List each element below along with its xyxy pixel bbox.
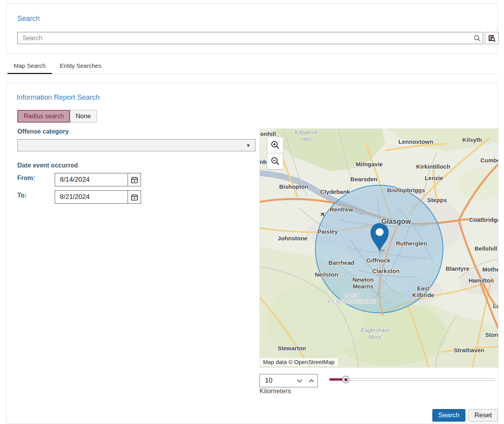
search-panel: Search xyxy=(6,3,498,54)
calendar-icon xyxy=(131,176,138,184)
tab-entity-searches[interactable]: Entity Searches xyxy=(54,60,107,73)
from-label: From: xyxy=(17,175,35,182)
map-container[interactable]: BonhillDumbartonKilpatrickHillsMilngavie… xyxy=(259,128,498,368)
to-date-input[interactable] xyxy=(55,191,128,203)
offense-category-label: Offense category xyxy=(17,128,69,135)
chevron-up-icon xyxy=(309,379,314,383)
from-date-input[interactable] xyxy=(55,173,128,186)
tab-map-search[interactable]: Map Search xyxy=(7,60,52,74)
radius-step-down-button[interactable] xyxy=(294,374,306,387)
dropdown-arrow-icon: ▼ xyxy=(246,143,250,148)
date-event-occurred-label: Date event occurred xyxy=(17,162,78,169)
zoom-out-button[interactable] xyxy=(267,153,284,169)
radius-value-stepper[interactable]: 10 xyxy=(259,374,318,387)
radius-step-up-button[interactable] xyxy=(306,374,317,387)
calendar-icon xyxy=(131,193,138,201)
report-search-title: Information Report Search xyxy=(17,93,100,102)
radius-search-toggle[interactable]: Radius search xyxy=(17,110,70,123)
radius-unit-label: Kilometers xyxy=(259,387,291,395)
to-date-group xyxy=(55,190,141,204)
to-label: To: xyxy=(17,192,27,199)
from-date-group xyxy=(55,173,141,186)
search-mode-toggle: Radius search None xyxy=(17,110,97,123)
map-search-button[interactable]: Search xyxy=(432,409,465,422)
app-root: Search Map Search Entity Searches Inform… xyxy=(0,0,504,424)
from-date-calendar-button[interactable] xyxy=(128,173,141,186)
radius-slider[interactable] xyxy=(329,376,495,383)
zoom-in-button[interactable] xyxy=(267,137,284,153)
tabstrip: Map Search Entity Searches xyxy=(6,60,498,74)
reset-button[interactable]: Reset xyxy=(468,409,498,422)
search-input[interactable] xyxy=(17,32,483,44)
information-report-search-panel: Information Report Search Radius search … xyxy=(6,83,498,424)
to-date-calendar-button[interactable] xyxy=(128,191,141,203)
search-icon xyxy=(474,35,481,42)
offense-category-select[interactable]: ▼ xyxy=(17,139,256,151)
chevron-down-icon xyxy=(297,379,302,383)
search-panel-title: Search xyxy=(17,15,40,23)
magnifier-plus-icon xyxy=(271,140,280,150)
radius-slider-track[interactable] xyxy=(329,378,495,381)
radius-slider-thumb[interactable] xyxy=(342,376,350,383)
advanced-search-button[interactable] xyxy=(485,32,498,44)
map-canvas xyxy=(260,129,498,367)
form-search-icon xyxy=(488,34,496,42)
radius-value: 10 xyxy=(260,377,294,385)
magnifier-minus-icon xyxy=(271,156,280,166)
map-attribution: Map data © OpenStreetMap xyxy=(260,358,338,366)
none-toggle[interactable]: None xyxy=(70,110,96,123)
